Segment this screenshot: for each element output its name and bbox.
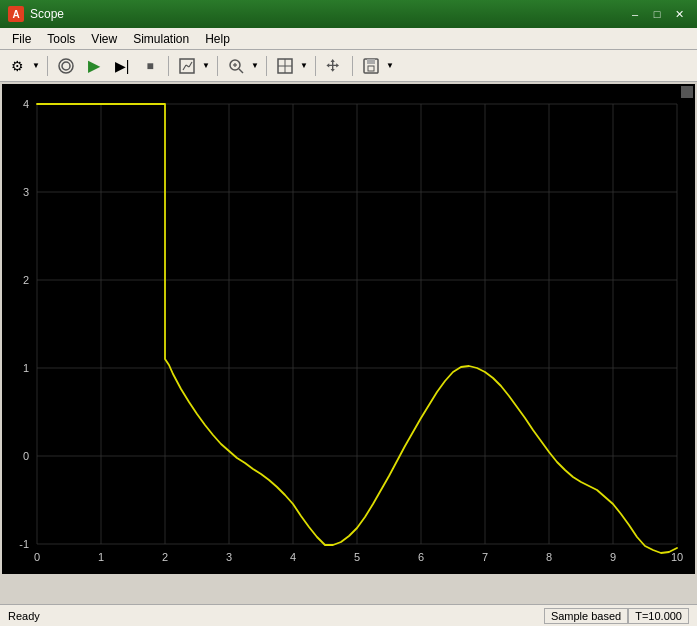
- separator-2: [168, 56, 169, 76]
- menu-file[interactable]: File: [4, 30, 39, 48]
- zoom-dropdown[interactable]: ▼: [249, 54, 261, 78]
- svg-rect-15: [367, 59, 375, 64]
- app-icon: A: [8, 6, 24, 22]
- separator-3: [217, 56, 218, 76]
- svg-line-5: [189, 62, 192, 67]
- title-bar: A Scope – □ ✕: [0, 0, 697, 28]
- menu-view[interactable]: View: [83, 30, 125, 48]
- svg-text:10: 10: [671, 551, 683, 563]
- menu-simulation[interactable]: Simulation: [125, 30, 197, 48]
- close-button[interactable]: ✕: [669, 5, 689, 23]
- menu-tools[interactable]: Tools: [39, 30, 83, 48]
- resize-handle[interactable]: [681, 86, 693, 98]
- zoom-button[interactable]: [223, 54, 249, 78]
- time-badge: T=10.000: [628, 608, 689, 624]
- svg-text:1: 1: [23, 362, 29, 374]
- separator-5: [315, 56, 316, 76]
- svg-text:3: 3: [226, 551, 232, 563]
- step-button[interactable]: ▶|: [109, 54, 135, 78]
- separator-4: [266, 56, 267, 76]
- autoscale-button[interactable]: [174, 54, 200, 78]
- settings-dropdown[interactable]: ▼: [30, 54, 42, 78]
- minimize-button[interactable]: –: [625, 5, 645, 23]
- svg-text:-1: -1: [19, 538, 29, 550]
- svg-point-1: [62, 62, 70, 70]
- toolbar: ⚙ ▼ ▶ ▶| ■ ▼ ▼ ▼: [0, 50, 697, 82]
- run-button[interactable]: ▶: [81, 54, 107, 78]
- sample-based-badge: Sample based: [544, 608, 628, 624]
- svg-text:3: 3: [23, 186, 29, 198]
- svg-line-3: [183, 65, 186, 70]
- svg-text:7: 7: [482, 551, 488, 563]
- menu-bar: File Tools View Simulation Help: [0, 28, 697, 50]
- pan-button[interactable]: [321, 54, 347, 78]
- settings-group: ⚙ ▼: [4, 54, 42, 78]
- scope-plot: 0 1 2 3 4 5 6 7 8 9 10 -1 0 1 2 3 4: [2, 84, 695, 574]
- svg-point-0: [59, 59, 73, 73]
- stop-button[interactable]: ■: [137, 54, 163, 78]
- svg-text:2: 2: [162, 551, 168, 563]
- svg-text:1: 1: [98, 551, 104, 563]
- maximize-button[interactable]: □: [647, 5, 667, 23]
- autoscale-group: ▼: [174, 54, 212, 78]
- svg-text:8: 8: [546, 551, 552, 563]
- svg-text:4: 4: [290, 551, 296, 563]
- svg-text:0: 0: [23, 450, 29, 462]
- status-right-section: Sample based T=10.000: [544, 608, 689, 624]
- open-scope-button[interactable]: [53, 54, 79, 78]
- save-dropdown[interactable]: ▼: [384, 54, 396, 78]
- plot-area[interactable]: 0 1 2 3 4 5 6 7 8 9 10 -1 0 1 2 3 4: [2, 84, 695, 574]
- window-title: Scope: [30, 7, 619, 21]
- axes-button[interactable]: [272, 54, 298, 78]
- separator-1: [47, 56, 48, 76]
- svg-text:2: 2: [23, 274, 29, 286]
- svg-text:5: 5: [354, 551, 360, 563]
- svg-rect-16: [368, 66, 374, 71]
- save-group: ▼: [358, 54, 396, 78]
- zoom-group: ▼: [223, 54, 261, 78]
- status-bar: Ready Sample based T=10.000: [0, 604, 697, 626]
- svg-rect-17: [7, 84, 690, 574]
- separator-6: [352, 56, 353, 76]
- save-button[interactable]: [358, 54, 384, 78]
- svg-text:9: 9: [610, 551, 616, 563]
- svg-text:6: 6: [418, 551, 424, 563]
- svg-text:0: 0: [34, 551, 40, 563]
- autoscale-dropdown[interactable]: ▼: [200, 54, 212, 78]
- svg-line-7: [239, 69, 243, 73]
- axes-group: ▼: [272, 54, 310, 78]
- status-ready: Ready: [8, 610, 544, 622]
- settings-button[interactable]: ⚙: [4, 54, 30, 78]
- menu-help[interactable]: Help: [197, 30, 238, 48]
- axes-dropdown[interactable]: ▼: [298, 54, 310, 78]
- svg-text:4: 4: [23, 98, 29, 110]
- window-controls: – □ ✕: [625, 5, 689, 23]
- svg-marker-13: [326, 59, 339, 72]
